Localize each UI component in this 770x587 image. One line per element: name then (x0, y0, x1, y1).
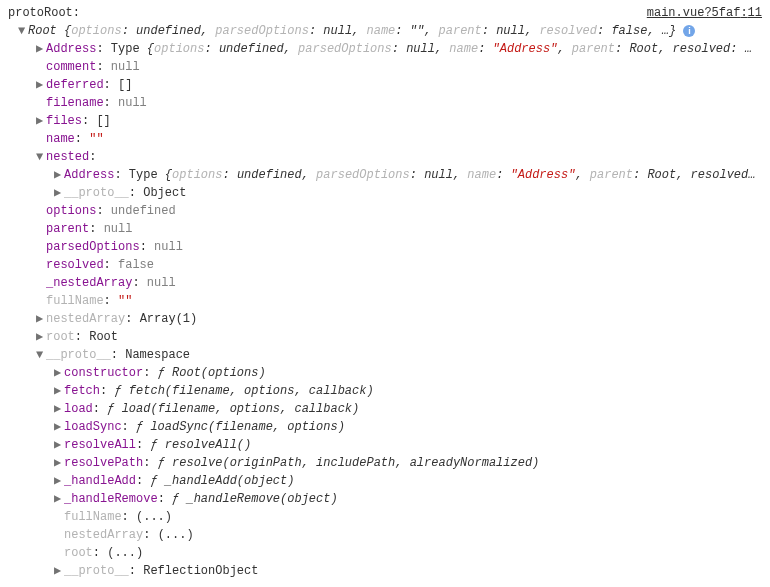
nested-row[interactable]: ▼nested: (0, 148, 762, 166)
constructor-row[interactable]: ▶constructor: ƒ Root(options) (0, 364, 762, 382)
triangle-right-icon: ▶ (36, 40, 46, 58)
handleremove-row[interactable]: ▶_handleRemove: ƒ _handleRemove(object) (0, 490, 762, 508)
triangle-right-icon: ▶ (36, 328, 46, 346)
resolvepath-row[interactable]: ▶resolvePath: ƒ resolve(originPath, incl… (0, 454, 762, 472)
root-row[interactable]: ▶root: Root (0, 328, 762, 346)
console-prompt[interactable]: › (0, 580, 762, 587)
triangle-down-icon: ▼ (36, 148, 46, 166)
triangle-right-icon: ▶ (54, 436, 64, 454)
triangle-right-icon: ▶ (54, 562, 64, 580)
parent-row[interactable]: parent: null (0, 220, 762, 238)
triangle-down-icon: ▼ (36, 346, 46, 364)
triangle-right-icon: ▶ (36, 112, 46, 130)
nestedarray-ellipsis-row[interactable]: nestedArray: (...) (0, 526, 762, 544)
nested-proto-row[interactable]: ▶__proto__: Object (0, 184, 762, 202)
filename-row[interactable]: filename: null (0, 94, 762, 112)
fullname-row[interactable]: fullName: "" (0, 292, 762, 310)
comment-row[interactable]: comment: null (0, 58, 762, 76)
resolved-row[interactable]: resolved: false (0, 256, 762, 274)
log-label: protoRoot: (8, 4, 80, 22)
deferred-row[interactable]: ▶deferred: [] (0, 76, 762, 94)
fullname-ellipsis-row[interactable]: fullName: (...) (0, 508, 762, 526)
triangle-right-icon: ▶ (54, 364, 64, 382)
triangle-right-icon: ▶ (54, 166, 64, 184)
root-ellipsis-row[interactable]: root: (...) (0, 544, 762, 562)
handleadd-row[interactable]: ▶_handleAdd: ƒ _handleAdd(object) (0, 472, 762, 490)
parsedoptions-row[interactable]: parsedOptions: null (0, 238, 762, 256)
resolveall-row[interactable]: ▶resolveAll: ƒ resolveAll() (0, 436, 762, 454)
triangle-right-icon: ▶ (54, 472, 64, 490)
root-summary-row[interactable]: ▼Root {options: undefined, parsedOptions… (0, 22, 762, 40)
triangle-down-icon: ▼ (18, 22, 28, 40)
proto-refl-row[interactable]: ▶__proto__: ReflectionObject (0, 562, 762, 580)
triangle-right-icon: ▶ (54, 454, 64, 472)
triangle-right-icon: ▶ (54, 490, 64, 508)
fetch-row[interactable]: ▶fetch: ƒ fetch(filename, options, callb… (0, 382, 762, 400)
load-row[interactable]: ▶load: ƒ load(filename, options, callbac… (0, 400, 762, 418)
nestedarray-null-row[interactable]: _nestedArray: null (0, 274, 762, 292)
triangle-right-icon: ▶ (54, 382, 64, 400)
proto-row[interactable]: ▼__proto__: Namespace (0, 346, 762, 364)
info-icon[interactable]: i (683, 25, 695, 37)
name-row[interactable]: name: "" (0, 130, 762, 148)
loadsync-row[interactable]: ▶loadSync: ƒ loadSync(filename, options) (0, 418, 762, 436)
nested-address-row[interactable]: ▶Address: Type {options: undefined, pars… (0, 166, 762, 184)
triangle-right-icon: ▶ (36, 310, 46, 328)
options-row[interactable]: options: undefined (0, 202, 762, 220)
triangle-right-icon: ▶ (54, 184, 64, 202)
files-row[interactable]: ▶files: [] (0, 112, 762, 130)
triangle-right-icon: ▶ (36, 76, 46, 94)
nestedarray-row[interactable]: ▶nestedArray: Array(1) (0, 310, 762, 328)
source-link[interactable]: main.vue?5faf:11 (647, 4, 762, 22)
triangle-right-icon: ▶ (54, 418, 64, 436)
address-row[interactable]: ▶Address: Type {options: undefined, pars… (0, 40, 762, 58)
triangle-right-icon: ▶ (54, 400, 64, 418)
